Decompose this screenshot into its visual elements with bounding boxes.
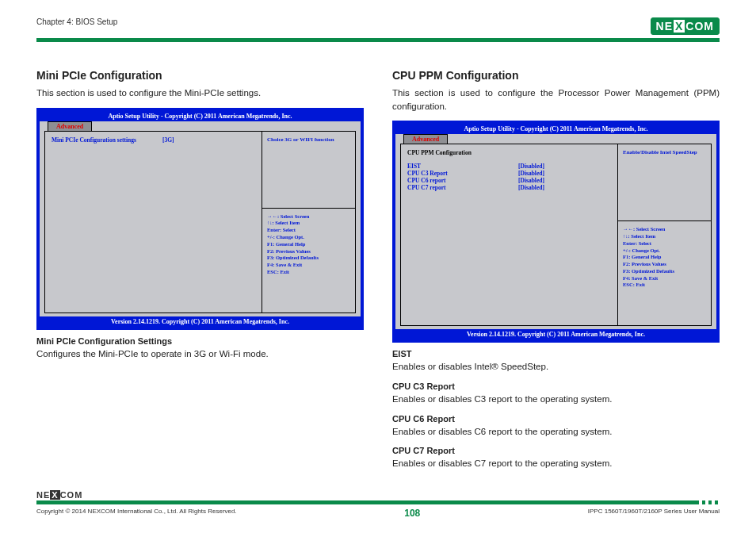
bios-title: Aptio Setup Utility - Copyright (C) 2011… [40,111,361,121]
key-help-line: ↑↓: Select Item [267,220,350,227]
bios-panel-right: Aptio Setup Utility - Copyright (C) 2011… [392,121,720,343]
left-subhead: Mini PCIe Configuration Settings [36,336,364,346]
key-help-line: ESC: Exit [267,269,350,276]
key-help-line: F3: Optimized Defaults [623,268,706,275]
bios-key-help: →←: Select Screen ↑↓: Select Item Enter:… [618,220,711,293]
bios-option-value[interactable]: [Disabled] [518,163,544,170]
bios-option-value[interactable]: [Disabled] [518,170,544,177]
key-help-line: F2: Previous Values [623,261,706,268]
bios-footer: Version 2.14.1219. Copyright (C) 2011 Am… [40,316,361,327]
footer-logo: NEXCOM [36,490,720,500]
left-section-desc: This section is used to configure the Mi… [36,86,364,100]
bios-panel-left: Aptio Setup Utility - Copyright (C) 2011… [36,108,364,330]
bios-heading: CPU PPM Configuration [407,149,611,156]
item-head: CPU C7 Report [392,446,720,455]
bios-tab-advanced[interactable]: Advanced [403,134,448,144]
left-column: Mini PCIe Configuration This section is … [36,69,364,478]
logo-post: COM [685,20,714,33]
right-column: CPU PPM Configuration This section is us… [392,69,720,478]
bios-option-label[interactable]: Mini PCIe Configuration settings [52,136,162,144]
bios-key-help: →←: Select Screen ↑↓: Select Item Enter:… [262,208,355,281]
key-help-line: →←: Select Screen [267,213,350,220]
bios-hint: Choice 3G or WIFI function [262,132,355,208]
bios-option-value[interactable]: [3G] [162,136,174,144]
bios-option-value[interactable]: [Disabled] [518,177,544,184]
logo-x: X [674,20,685,33]
header-divider [36,38,720,42]
key-help-line: +/-: Change Opt. [267,234,350,241]
bios-option-label[interactable]: EIST [407,163,518,170]
key-help-line: F1: General Help [267,241,350,248]
footer-copyright: Copyright © 2014 NEXCOM International Co… [36,508,237,515]
key-help-line: +/-: Change Opt. [623,247,706,255]
key-help-line: ↑↓: Select Item [623,233,706,240]
key-help-line: F4: Save & Exit [267,262,350,269]
key-help-line: F2: Previous Values [267,248,350,255]
key-help-line: F1: General Help [623,254,706,261]
footer-manual: IPPC 1560T/1960T/2160P Series User Manua… [588,508,720,515]
right-section-desc: This section is used to configure the Pr… [392,86,720,113]
bios-footer: Version 2.14.1219. Copyright (C) 2011 Am… [395,329,716,339]
item-head: EIST [392,349,720,359]
item-desc: Enables or disables C7 report to the ope… [392,457,720,470]
bios-option-label[interactable]: CPU C7 report [407,184,518,191]
item-head: CPU C3 Report [392,382,720,391]
bios-title: Aptio Setup Utility - Copyright (C) 2011… [395,124,716,134]
key-help-line: Enter: Select [267,227,350,234]
bios-option-label[interactable]: CPU C3 Report [407,170,518,177]
item-desc: Enables or disables Intel® SpeedStep. [392,360,720,374]
right-section-title: CPU PPM Configuration [392,69,720,82]
page-number: 108 [404,508,420,519]
bios-tab-advanced[interactable]: Advanced [48,121,92,131]
left-section-title: Mini PCIe Configuration [36,69,364,82]
key-help-line: ESC: Exit [623,282,706,289]
bios-option-value[interactable]: [Disabled] [518,184,544,191]
item-desc: Enables or disables C3 report to the ope… [392,393,720,406]
item-head: CPU C6 Report [392,414,720,424]
chapter-label: Chapter 4: BIOS Setup [36,17,117,26]
page-footer: NEXCOM Copyright © 2014 NEXCOM Internati… [36,490,720,519]
brand-logo: NEXCOM [651,17,720,35]
key-help-line: →←: Select Screen [623,226,706,233]
key-help-line: Enter: Select [623,240,706,247]
left-subdesc: Configures the Mini-PCIe to operate in 3… [36,347,364,361]
key-help-line: F4: Save & Exit [623,275,706,282]
bios-option-label[interactable]: CPU C6 report [407,177,518,184]
bios-hint: Enable/Disable Intel SpeedStep [618,144,711,220]
item-desc: Enables or disables C6 report to the ope… [392,425,720,439]
key-help-line: F3: Optimized Defaults [267,255,350,262]
logo-pre: NE [656,20,673,33]
